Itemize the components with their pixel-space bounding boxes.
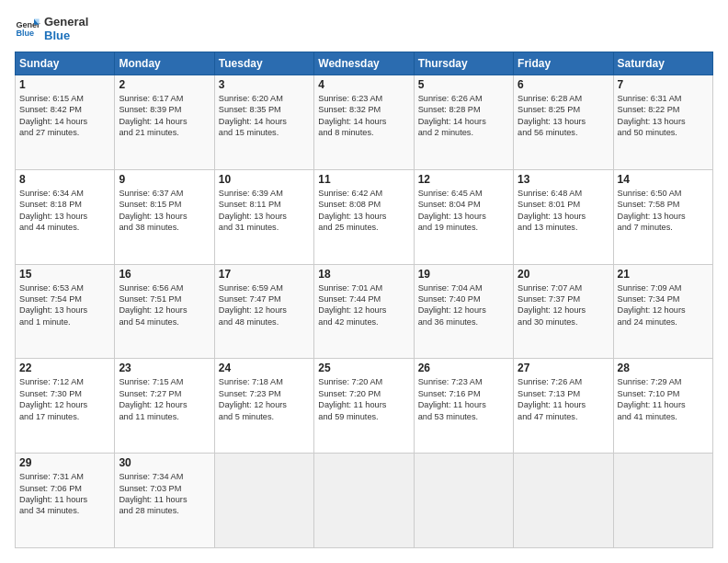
svg-text:Blue: Blue <box>16 29 34 38</box>
calendar-cell: 17Sunrise: 6:59 AM Sunset: 7:47 PM Dayli… <box>214 264 313 359</box>
day-info: Sunrise: 7:31 AM Sunset: 7:06 PM Dayligh… <box>19 471 110 517</box>
calendar-cell: 7Sunrise: 6:31 AM Sunset: 8:22 PM Daylig… <box>613 75 712 170</box>
day-number: 1 <box>19 78 110 91</box>
calendar-cell: 19Sunrise: 7:04 AM Sunset: 7:40 PM Dayli… <box>414 264 513 359</box>
day-info: Sunrise: 6:15 AM Sunset: 8:42 PM Dayligh… <box>19 93 110 139</box>
weekday-header-tuesday: Tuesday <box>214 52 313 75</box>
day-number: 17 <box>219 268 310 281</box>
day-number: 29 <box>19 456 110 469</box>
calendar-cell: 4Sunrise: 6:23 AM Sunset: 8:32 PM Daylig… <box>314 75 414 170</box>
day-info: Sunrise: 7:09 AM Sunset: 7:34 PM Dayligh… <box>618 282 709 328</box>
day-number: 18 <box>318 268 409 281</box>
calendar-cell: 9Sunrise: 6:37 AM Sunset: 8:15 PM Daylig… <box>115 169 214 264</box>
day-number: 21 <box>618 268 709 281</box>
day-number: 10 <box>219 173 310 186</box>
day-number: 6 <box>518 78 609 91</box>
calendar-cell: 13Sunrise: 6:48 AM Sunset: 8:01 PM Dayli… <box>514 169 613 264</box>
day-info: Sunrise: 6:39 AM Sunset: 8:11 PM Dayligh… <box>219 188 310 234</box>
calendar-week-row: 8Sunrise: 6:34 AM Sunset: 8:18 PM Daylig… <box>16 169 713 264</box>
calendar-cell: 11Sunrise: 6:42 AM Sunset: 8:08 PM Dayli… <box>314 169 414 264</box>
calendar-cell: 10Sunrise: 6:39 AM Sunset: 8:11 PM Dayli… <box>214 169 313 264</box>
logo-blue: Blue <box>44 29 88 42</box>
calendar-cell: 5Sunrise: 6:26 AM Sunset: 8:28 PM Daylig… <box>414 75 513 170</box>
calendar-cell: 8Sunrise: 6:34 AM Sunset: 8:18 PM Daylig… <box>16 169 115 264</box>
header: General Blue General Blue <box>15 15 713 42</box>
calendar-cell: 12Sunrise: 6:45 AM Sunset: 8:04 PM Dayli… <box>414 169 513 264</box>
calendar-cell: 27Sunrise: 7:26 AM Sunset: 7:13 PM Dayli… <box>514 359 613 454</box>
day-info: Sunrise: 6:34 AM Sunset: 8:18 PM Dayligh… <box>19 188 110 234</box>
day-info: Sunrise: 6:31 AM Sunset: 8:22 PM Dayligh… <box>618 93 709 139</box>
day-info: Sunrise: 6:56 AM Sunset: 7:51 PM Dayligh… <box>119 282 210 328</box>
day-info: Sunrise: 6:17 AM Sunset: 8:39 PM Dayligh… <box>119 93 210 139</box>
day-info: Sunrise: 7:18 AM Sunset: 7:23 PM Dayligh… <box>219 376 310 422</box>
day-info: Sunrise: 7:04 AM Sunset: 7:40 PM Dayligh… <box>418 282 509 328</box>
day-info: Sunrise: 7:29 AM Sunset: 7:10 PM Dayligh… <box>618 376 709 422</box>
calendar-cell: 14Sunrise: 6:50 AM Sunset: 7:58 PM Dayli… <box>613 169 712 264</box>
calendar-cell: 22Sunrise: 7:12 AM Sunset: 7:30 PM Dayli… <box>16 359 115 454</box>
calendar-header-row: SundayMondayTuesdayWednesdayThursdayFrid… <box>16 52 713 75</box>
day-info: Sunrise: 7:07 AM Sunset: 7:37 PM Dayligh… <box>518 282 609 328</box>
day-info: Sunrise: 7:12 AM Sunset: 7:30 PM Dayligh… <box>19 376 110 422</box>
calendar-cell: 21Sunrise: 7:09 AM Sunset: 7:34 PM Dayli… <box>613 264 712 359</box>
day-number: 25 <box>318 362 409 374</box>
day-number: 2 <box>119 78 210 91</box>
logo-icon: General Blue <box>15 16 40 41</box>
calendar-cell: 2Sunrise: 6:17 AM Sunset: 8:39 PM Daylig… <box>115 75 214 170</box>
day-info: Sunrise: 7:15 AM Sunset: 7:27 PM Dayligh… <box>119 376 210 422</box>
day-number: 19 <box>418 268 509 281</box>
calendar-week-row: 29Sunrise: 7:31 AM Sunset: 7:06 PM Dayli… <box>16 454 713 548</box>
weekday-header-friday: Friday <box>514 52 613 75</box>
day-info: Sunrise: 7:20 AM Sunset: 7:20 PM Dayligh… <box>318 376 409 422</box>
calendar-cell: 18Sunrise: 7:01 AM Sunset: 7:44 PM Dayli… <box>314 264 414 359</box>
day-info: Sunrise: 6:59 AM Sunset: 7:47 PM Dayligh… <box>219 282 310 328</box>
weekday-header-monday: Monday <box>115 52 214 75</box>
calendar-cell: 23Sunrise: 7:15 AM Sunset: 7:27 PM Dayli… <box>115 359 214 454</box>
day-number: 30 <box>119 456 210 469</box>
calendar-cell: 29Sunrise: 7:31 AM Sunset: 7:06 PM Dayli… <box>16 454 115 548</box>
logo-general: General <box>44 15 88 29</box>
day-number: 27 <box>518 362 609 374</box>
page: General Blue General Blue SundayMondayTu… <box>0 0 728 563</box>
day-info: Sunrise: 6:28 AM Sunset: 8:25 PM Dayligh… <box>518 93 609 139</box>
calendar-cell: 16Sunrise: 6:56 AM Sunset: 7:51 PM Dayli… <box>115 264 214 359</box>
calendar-cell: 20Sunrise: 7:07 AM Sunset: 7:37 PM Dayli… <box>514 264 613 359</box>
day-info: Sunrise: 6:50 AM Sunset: 7:58 PM Dayligh… <box>618 188 709 234</box>
day-number: 14 <box>618 173 709 186</box>
day-number: 24 <box>219 362 310 374</box>
calendar-cell: 24Sunrise: 7:18 AM Sunset: 7:23 PM Dayli… <box>214 359 313 454</box>
calendar-cell: 3Sunrise: 6:20 AM Sunset: 8:35 PM Daylig… <box>214 75 313 170</box>
day-number: 7 <box>618 78 709 91</box>
calendar-table: SundayMondayTuesdayWednesdayThursdayFrid… <box>15 52 713 548</box>
calendar-cell: 25Sunrise: 7:20 AM Sunset: 7:20 PM Dayli… <box>314 359 414 454</box>
calendar-cell <box>314 454 414 548</box>
day-info: Sunrise: 7:23 AM Sunset: 7:16 PM Dayligh… <box>418 376 509 422</box>
weekday-header-sunday: Sunday <box>16 52 115 75</box>
day-number: 12 <box>418 173 509 186</box>
day-number: 22 <box>19 362 110 374</box>
day-info: Sunrise: 6:23 AM Sunset: 8:32 PM Dayligh… <box>318 93 409 139</box>
calendar-cell <box>214 454 313 548</box>
calendar-week-row: 1Sunrise: 6:15 AM Sunset: 8:42 PM Daylig… <box>16 75 713 170</box>
calendar-cell: 30Sunrise: 7:34 AM Sunset: 7:03 PM Dayli… <box>115 454 214 548</box>
day-info: Sunrise: 7:26 AM Sunset: 7:13 PM Dayligh… <box>518 376 609 422</box>
day-number: 26 <box>418 362 509 374</box>
day-number: 3 <box>219 78 310 91</box>
day-number: 8 <box>19 173 110 186</box>
day-number: 4 <box>318 78 409 91</box>
calendar-cell <box>514 454 613 548</box>
day-info: Sunrise: 7:34 AM Sunset: 7:03 PM Dayligh… <box>119 471 210 517</box>
day-info: Sunrise: 6:20 AM Sunset: 8:35 PM Dayligh… <box>219 93 310 139</box>
logo: General Blue General Blue <box>15 15 88 42</box>
day-number: 16 <box>119 268 210 281</box>
day-info: Sunrise: 6:42 AM Sunset: 8:08 PM Dayligh… <box>318 188 409 234</box>
day-number: 20 <box>518 268 609 281</box>
calendar-week-row: 15Sunrise: 6:53 AM Sunset: 7:54 PM Dayli… <box>16 264 713 359</box>
weekday-header-thursday: Thursday <box>414 52 513 75</box>
day-info: Sunrise: 7:01 AM Sunset: 7:44 PM Dayligh… <box>318 282 409 328</box>
day-number: 13 <box>518 173 609 186</box>
day-number: 23 <box>119 362 210 374</box>
day-info: Sunrise: 6:37 AM Sunset: 8:15 PM Dayligh… <box>119 188 210 234</box>
day-info: Sunrise: 6:53 AM Sunset: 7:54 PM Dayligh… <box>19 282 110 328</box>
day-info: Sunrise: 6:45 AM Sunset: 8:04 PM Dayligh… <box>418 188 509 234</box>
calendar-cell: 26Sunrise: 7:23 AM Sunset: 7:16 PM Dayli… <box>414 359 513 454</box>
